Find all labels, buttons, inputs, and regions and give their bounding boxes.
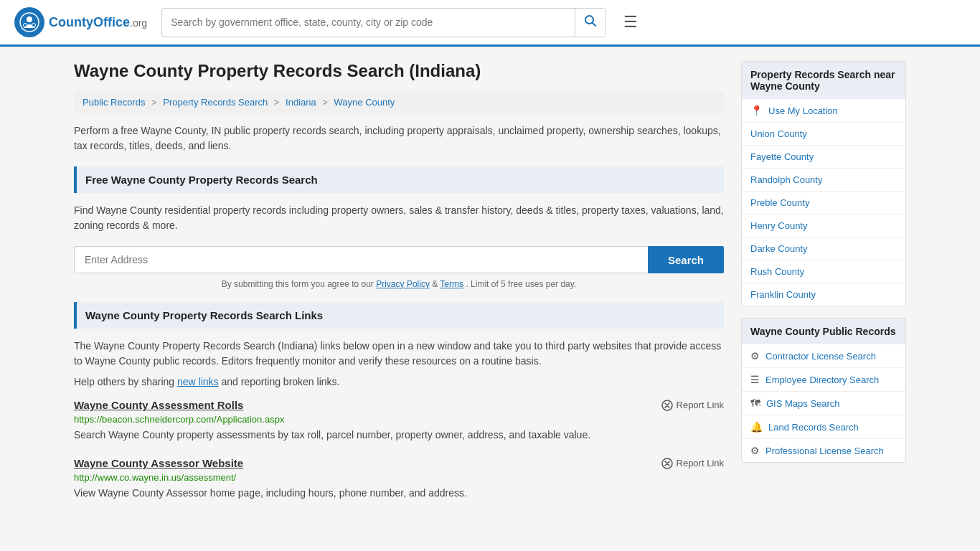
resource-card-1: Wayne County Assessor Website Report Lin…: [74, 457, 724, 501]
employee-directory-icon: ☰: [750, 374, 760, 385]
nearby-county-6[interactable]: Rush County: [742, 260, 905, 283]
fayette-county-link[interactable]: Fayette County: [750, 151, 814, 162]
form-disclaimer: By submitting this form you agree to our…: [74, 279, 724, 289]
hamburger-menu-button[interactable]: ☰: [621, 10, 641, 34]
location-pin-icon: 📍: [750, 105, 763, 116]
report-link-button-0[interactable]: Report Link: [661, 400, 724, 411]
public-record-3[interactable]: 🔔 Land Records Search: [742, 415, 905, 439]
nearby-section-header: Property Records Search near Wayne Count…: [742, 62, 905, 99]
use-my-location-link[interactable]: Use My Location: [768, 105, 838, 116]
public-records-section-header: Wayne County Public Records: [742, 319, 905, 344]
franklin-county-link[interactable]: Franklin County: [750, 289, 816, 300]
share-line: Help others by sharing new links and rep…: [74, 376, 724, 387]
land-records-link[interactable]: Land Records Search: [768, 422, 859, 433]
resource-card-0: Wayne County Assessment Rolls Report Lin…: [74, 399, 724, 443]
free-search-description: Find Wayne County residential property r…: [74, 203, 724, 233]
resource-desc-1: View Wayne County Assessor home page, in…: [74, 486, 724, 501]
resource-url-1[interactable]: http://www.co.wayne.in.us/assessment/: [74, 472, 724, 483]
page-wrapper: Wayne County Property Records Search (In…: [60, 47, 920, 529]
professional-license-icon: ⚙: [750, 445, 760, 456]
public-record-1[interactable]: ☰ Employee Directory Search: [742, 368, 905, 392]
address-search-form: Search: [74, 246, 724, 273]
svg-point-2: [24, 24, 27, 27]
gis-maps-icon: 🗺: [750, 397, 760, 409]
resource-url-0[interactable]: https://beacon.schneidercorp.com/Applica…: [74, 414, 724, 425]
breadcrumb-public-records[interactable]: Public Records: [83, 97, 145, 108]
contractor-license-link[interactable]: Contractor License Search: [765, 351, 876, 362]
nearby-county-0[interactable]: Union County: [742, 123, 905, 146]
global-search-input[interactable]: [162, 11, 575, 34]
privacy-policy-link[interactable]: Privacy Policy: [376, 279, 430, 289]
nearby-county-2[interactable]: Randolph County: [742, 169, 905, 192]
nearby-section: Property Records Search near Wayne Count…: [741, 61, 906, 306]
resource-title-1[interactable]: Wayne County Assessor Website: [74, 457, 243, 469]
new-links-link[interactable]: new links: [177, 376, 219, 387]
svg-point-3: [32, 24, 36, 27]
report-icon-0: [661, 400, 673, 411]
address-search-button[interactable]: Search: [648, 246, 724, 273]
logo-link[interactable]: CountyOffice.org: [14, 7, 147, 37]
free-search-heading: Free Wayne County Property Records Searc…: [74, 166, 724, 193]
logo-icon: [14, 7, 44, 37]
randolph-county-link[interactable]: Randolph County: [750, 174, 822, 185]
public-record-2[interactable]: 🗺 GIS Maps Search: [742, 392, 905, 415]
terms-link[interactable]: Terms: [440, 279, 463, 289]
links-section-heading: Wayne County Property Records Search Lin…: [74, 302, 724, 329]
svg-line-5: [593, 22, 596, 26]
site-header: CountyOffice.org ☰: [0, 0, 980, 47]
logo-text: CountyOffice.org: [49, 15, 147, 30]
svg-point-1: [27, 17, 32, 22]
professional-license-link[interactable]: Professional License Search: [765, 446, 884, 456]
land-records-icon: 🔔: [750, 421, 763, 433]
address-input[interactable]: [74, 246, 648, 273]
public-record-4[interactable]: ⚙ Professional License Search: [742, 439, 905, 462]
breadcrumb: Public Records > Property Records Search…: [74, 91, 724, 113]
main-content: Wayne County Property Records Search (In…: [74, 61, 724, 515]
nearby-county-1[interactable]: Fayette County: [742, 146, 905, 169]
sidebar: Property Records Search near Wayne Count…: [741, 61, 906, 515]
report-icon-1: [661, 458, 673, 469]
public-records-section: Wayne County Public Records ⚙ Contractor…: [741, 318, 906, 463]
resource-desc-0: Search Wayne County property assessments…: [74, 428, 724, 443]
preble-county-link[interactable]: Preble County: [750, 197, 809, 208]
page-title: Wayne County Property Records Search (In…: [74, 61, 724, 81]
union-county-link[interactable]: Union County: [750, 128, 807, 139]
global-search-button[interactable]: [575, 9, 606, 37]
breadcrumb-indiana[interactable]: Indiana: [286, 97, 316, 108]
contractor-license-icon: ⚙: [750, 350, 760, 362]
nearby-county-4[interactable]: Henry County: [742, 215, 905, 237]
public-record-0[interactable]: ⚙ Contractor License Search: [742, 344, 905, 368]
rush-county-link[interactable]: Rush County: [750, 266, 804, 277]
page-description: Perform a free Wayne County, IN public p…: [74, 123, 724, 154]
use-my-location-item[interactable]: 📍 Use My Location: [742, 99, 905, 123]
gis-maps-link[interactable]: GIS Maps Search: [766, 398, 840, 409]
links-description: The Wayne County Property Records Search…: [74, 339, 724, 369]
resource-title-row-0: Wayne County Assessment Rolls Report Lin…: [74, 399, 724, 411]
resource-title-0[interactable]: Wayne County Assessment Rolls: [74, 399, 243, 411]
breadcrumb-property-records-search[interactable]: Property Records Search: [163, 97, 268, 108]
global-search-bar: [161, 8, 606, 37]
nearby-county-7[interactable]: Franklin County: [742, 283, 905, 306]
nearby-county-3[interactable]: Preble County: [742, 192, 905, 215]
breadcrumb-wayne-county[interactable]: Wayne County: [334, 97, 395, 108]
resource-title-row-1: Wayne County Assessor Website Report Lin…: [74, 457, 724, 469]
report-link-button-1[interactable]: Report Link: [661, 458, 724, 469]
darke-county-link[interactable]: Darke County: [750, 243, 807, 254]
employee-directory-link[interactable]: Employee Directory Search: [765, 375, 879, 385]
nearby-county-5[interactable]: Darke County: [742, 237, 905, 260]
henry-county-link[interactable]: Henry County: [750, 220, 807, 231]
